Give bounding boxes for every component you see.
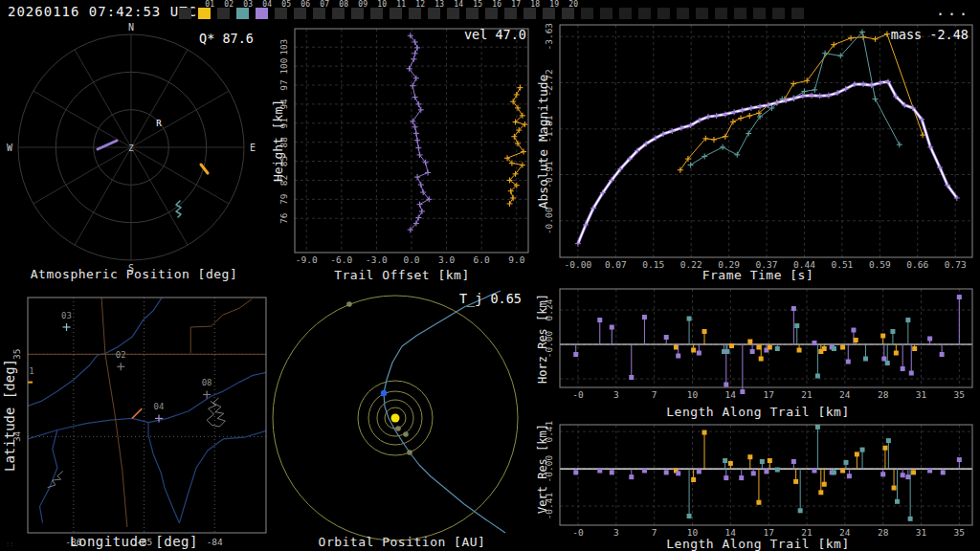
residual-marker bbox=[911, 470, 916, 474]
frame-tab-blank-25[interactable] bbox=[657, 0, 676, 23]
frame-tab-04[interactable]: 04 bbox=[255, 0, 274, 23]
tick-label: 28 bbox=[878, 389, 889, 400]
tick-label: -0 bbox=[572, 389, 584, 400]
residual-marker bbox=[791, 459, 796, 464]
plot-frame bbox=[560, 25, 972, 257]
grid bbox=[295, 29, 528, 253]
residual-marker bbox=[940, 352, 945, 357]
series-lightcurve-mean bbox=[575, 78, 960, 246]
residual-marker bbox=[760, 459, 765, 464]
frame-tab-12[interactable]: 12 bbox=[408, 0, 427, 23]
residual-marker bbox=[702, 329, 707, 334]
frame-tab-label: 04 bbox=[262, 1, 272, 9]
residual-points bbox=[573, 425, 962, 521]
tick-label: 14 bbox=[725, 389, 737, 400]
ground-map-plot: -86-85-843534030204081 bbox=[0, 286, 268, 551]
residual-marker bbox=[775, 468, 780, 473]
frame-tab-13[interactable]: 13 bbox=[427, 0, 446, 23]
tick-label: 10 bbox=[687, 389, 699, 400]
frame-tab-09[interactable]: 09 bbox=[350, 0, 369, 23]
residual-marker bbox=[747, 454, 752, 459]
frame-tab-blank-27[interactable] bbox=[695, 0, 714, 23]
frame-tab-06[interactable]: 06 bbox=[293, 0, 312, 23]
frame-tab-blank-31[interactable] bbox=[771, 0, 791, 23]
frame-tab-05[interactable]: 05 bbox=[274, 0, 293, 23]
frame-time-axis-label: Frame Time [s] bbox=[536, 268, 980, 282]
tick-label: -3.63 bbox=[544, 23, 554, 51]
residual-marker bbox=[957, 457, 962, 462]
frame-tab-blank-23[interactable] bbox=[618, 0, 637, 23]
frame-tab-blank-26[interactable] bbox=[676, 0, 695, 23]
atmospheric-caption: Atmospheric Position [deg] bbox=[0, 267, 268, 281]
frame-tab-blank-22[interactable] bbox=[599, 0, 618, 23]
grid bbox=[560, 25, 972, 257]
series-station-yellow bbox=[504, 85, 527, 207]
polar-spoke bbox=[131, 50, 188, 147]
frame-tab-blank-32[interactable] bbox=[791, 0, 810, 23]
polar-spoke bbox=[131, 147, 188, 245]
frame-tab-square bbox=[332, 8, 345, 19]
frame-tab-01[interactable]: 01 bbox=[197, 0, 216, 23]
frame-tab-blank-0[interactable] bbox=[178, 0, 197, 23]
residual-marker bbox=[629, 375, 634, 380]
frame-tab-square bbox=[485, 8, 498, 19]
frame-tab-08[interactable]: 08 bbox=[331, 0, 350, 23]
residual-marker bbox=[843, 460, 848, 465]
frame-tab-blank-24[interactable] bbox=[637, 0, 657, 23]
residual-marker bbox=[740, 389, 745, 394]
station-marker-02 bbox=[117, 363, 124, 370]
frame-tab-label: 20 bbox=[568, 1, 578, 9]
station-marker-03 bbox=[63, 323, 71, 331]
frame-tab-blank-30[interactable] bbox=[752, 0, 771, 23]
residual-marker bbox=[927, 468, 932, 473]
frame-tab-19[interactable]: 19 bbox=[542, 0, 561, 23]
frame-tab-label: 02 bbox=[224, 1, 234, 9]
watermark: :: bbox=[6, 540, 13, 548]
frame-tab-blank-29[interactable] bbox=[733, 0, 752, 23]
frame-tab-10[interactable]: 10 bbox=[369, 0, 389, 23]
residual-marker bbox=[729, 343, 734, 348]
residual-marker bbox=[697, 351, 702, 356]
q-value: Q* 87.6 bbox=[199, 31, 254, 46]
magnitude-plot: -0.000.070.150.220.290.370.440.510.590.6… bbox=[536, 23, 980, 286]
station-label-04: 04 bbox=[154, 402, 165, 411]
menu-ellipsis[interactable]: ... bbox=[936, 2, 970, 19]
polar-spoke bbox=[131, 91, 229, 147]
station-label-08: 08 bbox=[202, 378, 212, 387]
frame-tab-square bbox=[409, 8, 421, 19]
meteor-trail-teal bbox=[176, 201, 181, 217]
residual-marker bbox=[818, 490, 823, 495]
residual-marker bbox=[840, 468, 845, 473]
frame-tab-11[interactable]: 11 bbox=[389, 0, 408, 23]
tick-label: 97 bbox=[278, 79, 289, 90]
frame-tab-16[interactable]: 16 bbox=[484, 0, 503, 23]
residual-marker bbox=[840, 345, 845, 350]
frame-tab-label: 01 bbox=[205, 1, 214, 9]
frame-tab-14[interactable]: 14 bbox=[446, 0, 465, 23]
frame-tab-07[interactable]: 07 bbox=[312, 0, 331, 23]
frame-tab-square bbox=[791, 8, 804, 19]
frame-tab-blank-28[interactable] bbox=[714, 0, 733, 23]
frame-tab-18[interactable]: 18 bbox=[523, 0, 542, 23]
tick-label: 35 bbox=[954, 389, 965, 400]
residual-marker bbox=[793, 479, 798, 484]
horz-res-axis-label: Horz Res [km] bbox=[536, 294, 549, 384]
frame-tab-02[interactable]: 02 bbox=[216, 0, 235, 23]
frame-tab-square bbox=[313, 8, 325, 19]
residual-marker bbox=[676, 471, 680, 475]
frame-tab-square bbox=[657, 8, 670, 19]
frame-tab-03[interactable]: 03 bbox=[235, 0, 255, 23]
residual-marker bbox=[724, 349, 729, 354]
city-outline bbox=[207, 398, 225, 427]
residual-marker bbox=[739, 475, 744, 480]
tick-label: 103 bbox=[278, 39, 289, 55]
frame-tab-20[interactable]: 20 bbox=[561, 0, 580, 23]
frame-tab-blank-21[interactable] bbox=[580, 0, 599, 23]
tick-label: 24 bbox=[839, 389, 851, 400]
frame-tab-label: 12 bbox=[415, 1, 425, 9]
frame-tab-15[interactable]: 15 bbox=[465, 0, 484, 23]
residual-marker bbox=[890, 329, 895, 334]
frame-tab-17[interactable]: 17 bbox=[503, 0, 523, 23]
frame-tab-square bbox=[772, 8, 785, 19]
residual-marker bbox=[880, 334, 885, 339]
